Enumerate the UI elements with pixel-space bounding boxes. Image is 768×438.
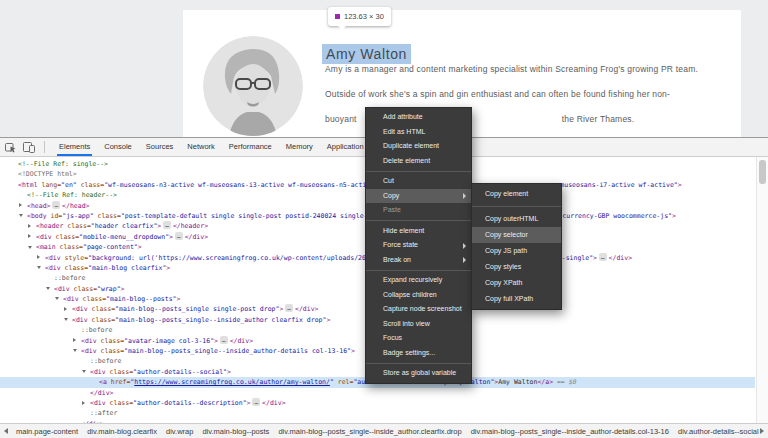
toolbar-divider bbox=[44, 141, 45, 153]
menu-item-cut[interactable]: Cut bbox=[366, 174, 471, 189]
code-token: </a> bbox=[537, 378, 553, 386]
menu-item-copy-styles[interactable]: Copy styles bbox=[472, 259, 561, 275]
menu-item-scroll-into-view[interactable]: Scroll into view bbox=[366, 317, 471, 332]
inline-expand-button[interactable]: … bbox=[252, 398, 260, 406]
code-token: "main-blog--posts_single--inside_author-… bbox=[124, 347, 351, 355]
code-token: ::before bbox=[81, 326, 112, 334]
expander-icon[interactable] bbox=[37, 255, 40, 259]
inline-expand-button[interactable]: … bbox=[220, 336, 228, 344]
tab-memory[interactable]: Memory bbox=[279, 138, 320, 156]
breadcrumb-item[interactable]: div.author-details--social bbox=[678, 427, 759, 436]
code-token: ::after bbox=[90, 409, 117, 417]
code-token: <head> bbox=[27, 202, 50, 210]
expander-icon[interactable] bbox=[28, 234, 31, 238]
code-token: </div> bbox=[185, 233, 208, 241]
menu-item-copy[interactable]: Copy bbox=[366, 189, 471, 204]
tab-console[interactable]: Console bbox=[97, 138, 139, 156]
inspect-icon[interactable] bbox=[5, 142, 16, 153]
code-token: Amy Walton bbox=[498, 378, 537, 386]
menu-item-duplicate-element[interactable]: Duplicate element bbox=[366, 139, 471, 154]
menu-item-delete-element[interactable]: Delete element bbox=[366, 154, 471, 169]
code-token: "mobile-menu__dropdown" bbox=[79, 233, 169, 241]
breadcrumb-item[interactable]: main.page-content bbox=[16, 427, 78, 436]
code-token: class= bbox=[101, 347, 124, 355]
menu-item-force-state[interactable]: Force state bbox=[366, 238, 471, 253]
code-token: </header> bbox=[173, 222, 208, 230]
code-token: class= bbox=[97, 212, 120, 220]
menu-item-copy-full-xpath[interactable]: Copy full XPath bbox=[472, 291, 561, 307]
expander-icon[interactable] bbox=[28, 224, 31, 228]
inline-expand-button[interactable]: … bbox=[285, 304, 293, 312]
device-toolbar-icon[interactable] bbox=[23, 142, 35, 153]
code-token: > bbox=[351, 347, 355, 355]
tab-performance[interactable]: Performance bbox=[222, 138, 279, 156]
inline-expand-button[interactable]: … bbox=[599, 253, 607, 261]
tree-row[interactable]: <div class="author-details--description"… bbox=[0, 398, 755, 408]
menu-item-focus[interactable]: Focus bbox=[366, 331, 471, 346]
menu-item-store-as-global-variable[interactable]: Store as global variable bbox=[366, 366, 471, 381]
code-token: </div> bbox=[295, 305, 318, 313]
expander-icon[interactable] bbox=[82, 370, 86, 373]
breadcrumb-item[interactable]: div.main-blog.clearfix bbox=[87, 427, 157, 436]
breadcrumb-item[interactable]: div.wrap bbox=[166, 427, 193, 436]
code-token: > bbox=[214, 337, 218, 345]
inline-expand-button[interactable]: … bbox=[163, 221, 171, 229]
breadcrumb-scroll-left-icon[interactable] bbox=[4, 428, 8, 434]
menu-item-edit-as-html[interactable]: Edit as HTML bbox=[366, 125, 471, 140]
menu-divider bbox=[472, 206, 561, 207]
menu-item-hide-element[interactable]: Hide element bbox=[366, 224, 471, 239]
code-token: class= bbox=[74, 285, 97, 293]
bio-line-2: Outside of work she's a spin and gin ent… bbox=[325, 82, 698, 107]
tab-elements[interactable]: Elements bbox=[52, 138, 97, 156]
menu-item-copy-selector[interactable]: Copy selector bbox=[472, 227, 561, 243]
code-token: <div bbox=[36, 233, 56, 241]
expander-icon[interactable] bbox=[73, 349, 77, 352]
menu-item-badge-settings[interactable]: Badge settings... bbox=[366, 346, 471, 361]
menu-item-copy-element[interactable]: Copy element bbox=[472, 186, 561, 202]
breadcrumb-item[interactable]: div.main-blog--posts_single--inside_auth… bbox=[471, 427, 669, 436]
expander-icon[interactable] bbox=[28, 246, 32, 249]
tab-network[interactable]: Network bbox=[180, 138, 222, 156]
expander-icon[interactable] bbox=[73, 338, 76, 342]
code-token: <!--File Ref: header--> bbox=[27, 191, 117, 199]
menu-item-collapse-children[interactable]: Collapse children bbox=[366, 288, 471, 303]
submenu-arrow-icon bbox=[463, 193, 466, 199]
breadcrumb-item[interactable]: div.main-blog--posts_single--inside_auth… bbox=[278, 427, 461, 436]
breadcrumb-scroll-right-icon[interactable] bbox=[760, 428, 764, 434]
copy-submenu: Copy elementCopy outerHTMLCopy selectorC… bbox=[471, 183, 562, 310]
scrollbar-thumb[interactable] bbox=[759, 160, 766, 184]
menu-item-break-on[interactable]: Break on bbox=[366, 253, 471, 268]
tree-row[interactable]: ::after bbox=[0, 408, 755, 418]
menu-item-copy-outerhtml[interactable]: Copy outerHTML bbox=[472, 211, 561, 227]
inline-expand-button[interactable]: … bbox=[52, 201, 60, 209]
code-token: "wf-museosans-n3-active wf-museosans-i3-… bbox=[104, 181, 366, 189]
tab-sources[interactable]: Sources bbox=[139, 138, 181, 156]
code-token: > bbox=[157, 222, 161, 230]
menu-item-capture-node-screenshot[interactable]: Capture node screenshot bbox=[366, 302, 471, 317]
menu-item-expand-recursively[interactable]: Expand recursively bbox=[366, 273, 471, 288]
expander-icon[interactable] bbox=[64, 307, 67, 311]
code-token: <body bbox=[27, 212, 50, 220]
expander-icon[interactable] bbox=[55, 297, 59, 300]
code-token: "main-blog--posts_single--inside_author … bbox=[115, 316, 326, 324]
author-avatar bbox=[203, 36, 303, 136]
menu-item-copy-js-path[interactable]: Copy JS path bbox=[472, 243, 561, 259]
tree-row[interactable]: </div> bbox=[0, 388, 755, 398]
inline-expand-button[interactable]: … bbox=[175, 232, 183, 240]
expander-icon[interactable] bbox=[19, 214, 23, 217]
menu-item-copy-xpath[interactable]: Copy XPath bbox=[472, 275, 561, 291]
expander-icon[interactable] bbox=[64, 318, 68, 321]
scrollbar[interactable] bbox=[756, 157, 768, 424]
tab-application[interactable]: Application bbox=[320, 138, 371, 156]
code-token: <div bbox=[81, 337, 101, 345]
code-token: "wrap" bbox=[97, 285, 120, 293]
code-token: > bbox=[138, 243, 142, 251]
expander-icon[interactable] bbox=[46, 287, 50, 290]
code-token: > bbox=[593, 254, 597, 262]
expander-icon[interactable] bbox=[82, 401, 85, 405]
menu-item-add-attribute[interactable]: Add attribute bbox=[366, 110, 471, 125]
expander-icon[interactable] bbox=[37, 266, 41, 269]
code-token: ::before bbox=[90, 357, 121, 365]
breadcrumb-item[interactable]: div.main-blog--posts bbox=[202, 427, 269, 436]
expander-icon[interactable] bbox=[19, 203, 22, 207]
